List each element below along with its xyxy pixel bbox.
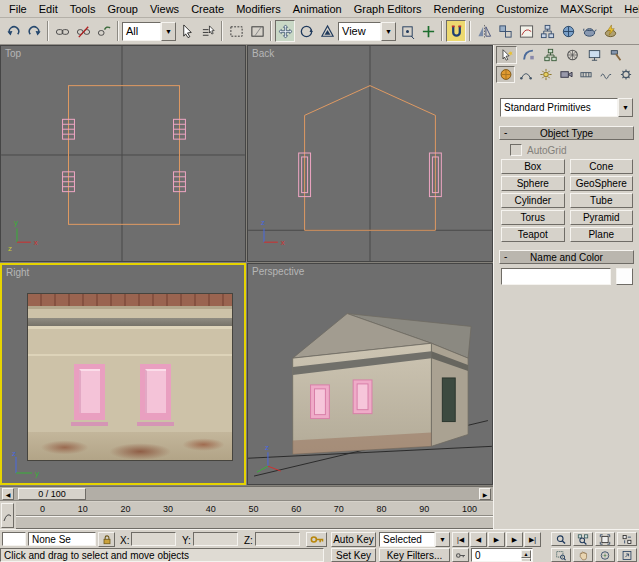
time-slider-left-arrow[interactable]: ◀: [2, 488, 14, 500]
mini-curve-editor-button[interactable]: [1, 503, 14, 528]
tab-utilities-icon[interactable]: [606, 46, 627, 64]
select-and-link-icon[interactable]: [52, 20, 72, 42]
redo-icon[interactable]: [24, 20, 44, 42]
menu-help[interactable]: Help: [618, 1, 639, 17]
window-crossing-icon[interactable]: [247, 20, 267, 42]
geosphere-button[interactable]: GeoSphere: [570, 176, 634, 191]
object-color-swatch[interactable]: [616, 268, 633, 285]
category-space-warps-icon[interactable]: [596, 66, 615, 83]
dropdown-arrow-icon[interactable]: ▼: [435, 532, 450, 547]
menu-group[interactable]: Group: [101, 1, 144, 17]
arc-rotate-icon[interactable]: [595, 548, 615, 562]
category-shapes-icon[interactable]: [516, 66, 535, 83]
reference-coordinate-combo[interactable]: View ▼: [338, 22, 396, 41]
selection-lock-icon[interactable]: [98, 532, 115, 547]
viewport-top-label[interactable]: Top: [5, 48, 21, 59]
snap-toggle-icon[interactable]: [446, 20, 466, 42]
select-by-name-icon[interactable]: [198, 20, 218, 42]
unlink-selection-icon[interactable]: [73, 20, 93, 42]
tube-button[interactable]: Tube: [570, 193, 634, 208]
tab-hierarchy-icon[interactable]: [540, 46, 561, 64]
pan-hand-icon[interactable]: [573, 548, 593, 562]
current-frame-field[interactable]: 0 ▲ ▼: [471, 548, 533, 562]
material-editor-icon[interactable]: [558, 20, 578, 42]
time-slider-handle[interactable]: 0 / 100: [18, 488, 86, 500]
pyramid-button[interactable]: Pyramid: [570, 210, 634, 225]
go-to-start-button[interactable]: |◀: [452, 532, 469, 547]
menu-file[interactable]: File: [3, 1, 33, 17]
rollout-collapse-icon[interactable]: -: [504, 251, 507, 262]
zoom-region-icon[interactable]: [551, 548, 571, 562]
select-and-rotate-icon[interactable]: [296, 20, 316, 42]
play-button[interactable]: ▶: [488, 532, 505, 547]
menu-edit[interactable]: Edit: [33, 1, 64, 17]
select-object-icon[interactable]: [177, 20, 197, 42]
selected-window-object[interactable]: [74, 364, 105, 420]
key-track[interactable]: [16, 516, 493, 529]
menu-animation[interactable]: Animation: [287, 1, 348, 17]
object-type-rollout-header[interactable]: - Object Type: [499, 126, 634, 140]
category-lights-icon[interactable]: [536, 66, 555, 83]
menu-create[interactable]: Create: [185, 1, 230, 17]
tab-create-icon[interactable]: [496, 46, 517, 64]
dropdown-arrow-icon[interactable]: ▼: [381, 22, 396, 41]
zoom-all-icon[interactable]: [573, 532, 593, 546]
menu-rendering[interactable]: Rendering: [428, 1, 491, 17]
viewport-perspective-canvas[interactable]: z: [248, 264, 492, 484]
zoom-icon[interactable]: [551, 532, 571, 546]
menu-graph-editors[interactable]: Graph Editors: [348, 1, 428, 17]
viewport-right-label[interactable]: Right: [6, 267, 29, 278]
key-mode-toggle-icon[interactable]: [452, 548, 469, 562]
undo-icon[interactable]: [3, 20, 23, 42]
named-selection-set-field[interactable]: None Se: [28, 532, 96, 546]
selection-filter-combo[interactable]: All ▼: [122, 22, 176, 41]
plane-button[interactable]: Plane: [570, 227, 634, 242]
autogrid-checkbox[interactable]: [510, 144, 522, 156]
viewport-perspective[interactable]: Perspective: [247, 263, 493, 485]
align-icon[interactable]: [495, 20, 515, 42]
render-setup-icon[interactable]: [579, 20, 599, 42]
track-bar-ruler[interactable]: 0 10 20 30 40 50 60 70 80 90 100: [16, 502, 493, 516]
key-mode-value[interactable]: Selected: [379, 532, 435, 547]
go-to-end-button[interactable]: ▶|: [524, 532, 541, 547]
maxscript-mini-listener[interactable]: [2, 532, 26, 546]
tab-display-icon[interactable]: [584, 46, 605, 64]
tab-motion-icon[interactable]: [562, 46, 583, 64]
selection-filter-value[interactable]: All: [122, 22, 161, 41]
mirror-icon[interactable]: [474, 20, 494, 42]
viewport-perspective-label[interactable]: Perspective: [252, 266, 304, 277]
menu-tools[interactable]: Tools: [64, 1, 102, 17]
viewport-back-label[interactable]: Back: [252, 48, 274, 59]
viewport-top-canvas[interactable]: yxz: [1, 46, 245, 261]
category-geometry-icon[interactable]: [496, 66, 515, 83]
select-and-scale-icon[interactable]: [317, 20, 337, 42]
tab-modify-icon[interactable]: [518, 46, 539, 64]
select-and-manipulate-icon[interactable]: [418, 20, 438, 42]
schematic-view-icon[interactable]: [537, 20, 557, 42]
house-wall-texture[interactable]: [27, 293, 233, 461]
category-cameras-icon[interactable]: [556, 66, 575, 83]
next-frame-button[interactable]: ▶: [506, 532, 523, 547]
primitives-dropdown[interactable]: Standard Primitives ▼: [500, 98, 633, 117]
menu-maxscript[interactable]: MAXScript: [554, 1, 618, 17]
name-color-rollout-header[interactable]: - Name and Color: [499, 250, 634, 264]
z-coordinate-field[interactable]: [255, 532, 300, 546]
selected-window-object[interactable]: [140, 364, 171, 420]
side-door[interactable]: [442, 378, 455, 422]
select-and-move-icon[interactable]: [275, 20, 295, 42]
quick-render-icon[interactable]: [600, 20, 620, 42]
spinner-down-icon[interactable]: ▼: [521, 558, 531, 562]
object-name-input[interactable]: [501, 268, 611, 285]
curve-editor-icon[interactable]: [516, 20, 536, 42]
sphere-button[interactable]: Sphere: [501, 176, 565, 191]
zoom-extents-icon[interactable]: [595, 532, 615, 546]
set-keys-key-icon[interactable]: [306, 532, 327, 547]
key-filters-button[interactable]: Key Filters...: [379, 548, 450, 562]
teapot-button[interactable]: Teapot: [501, 227, 565, 242]
viewport-back-canvas[interactable]: zx: [248, 46, 492, 261]
reference-coordinate-value[interactable]: View: [338, 22, 381, 41]
category-systems-icon[interactable]: [616, 66, 635, 83]
viewport-back[interactable]: Back zx: [247, 45, 493, 262]
y-coordinate-field[interactable]: [193, 532, 238, 546]
rollout-collapse-icon[interactable]: -: [504, 127, 507, 138]
